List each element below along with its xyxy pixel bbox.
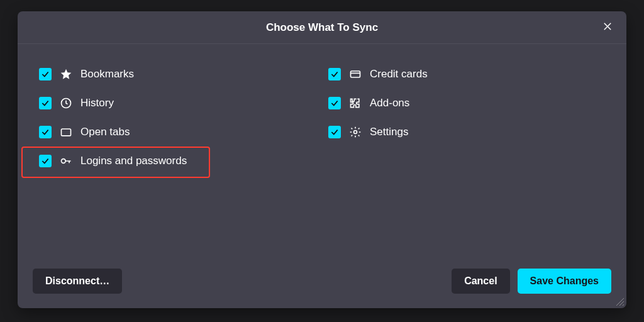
- checkbox-bookmarks[interactable]: [39, 68, 52, 80]
- label-history: History: [80, 97, 114, 109]
- dialog-footer: Disconnect… Cancel Save Changes: [18, 260, 626, 308]
- puzzle-icon: [348, 96, 362, 110]
- dialog-body: Bookmarks History Open tabs: [18, 44, 626, 260]
- sync-item-addons: Add-ons: [326, 96, 602, 111]
- gear-icon: [348, 125, 362, 139]
- sync-item-history: History: [36, 96, 326, 111]
- checkbox-history[interactable]: [39, 97, 52, 109]
- sync-item-bookmarks: Bookmarks: [36, 67, 326, 82]
- checkbox-credit-cards[interactable]: [328, 68, 341, 80]
- label-addons: Add-ons: [370, 97, 409, 109]
- sync-item-credit-cards: Credit cards: [326, 67, 602, 82]
- checkbox-addons[interactable]: [328, 97, 341, 109]
- svg-rect-3: [351, 71, 360, 77]
- disconnect-button[interactable]: Disconnect…: [33, 269, 122, 294]
- svg-rect-1: [62, 129, 71, 136]
- label-settings: Settings: [370, 126, 408, 138]
- close-button[interactable]: [599, 19, 616, 36]
- sync-item-open-tabs: Open tabs: [36, 125, 326, 140]
- label-bookmarks: Bookmarks: [80, 68, 134, 80]
- checkbox-open-tabs[interactable]: [39, 126, 52, 138]
- footer-right: Cancel Save Changes: [452, 269, 611, 294]
- resize-grip[interactable]: [615, 297, 625, 307]
- dialog-title: Choose What To Sync: [266, 21, 378, 34]
- dialog-header: Choose What To Sync: [18, 11, 626, 44]
- card-icon: [348, 67, 362, 81]
- star-icon: [59, 67, 73, 81]
- close-icon: [602, 21, 613, 35]
- highlight-box: [21, 147, 210, 178]
- sync-dialog: Choose What To Sync Bookmarks: [18, 11, 626, 308]
- tab-icon: [59, 125, 73, 139]
- sync-column-right: Credit cards Add-ons Settings: [326, 67, 602, 260]
- label-open-tabs: Open tabs: [80, 126, 130, 138]
- clock-icon: [59, 96, 73, 110]
- save-button[interactable]: Save Changes: [518, 269, 611, 294]
- cancel-button[interactable]: Cancel: [452, 269, 509, 294]
- sync-item-settings: Settings: [326, 125, 602, 140]
- label-credit-cards: Credit cards: [370, 68, 428, 80]
- checkbox-settings[interactable]: [328, 126, 341, 138]
- svg-point-4: [354, 131, 357, 134]
